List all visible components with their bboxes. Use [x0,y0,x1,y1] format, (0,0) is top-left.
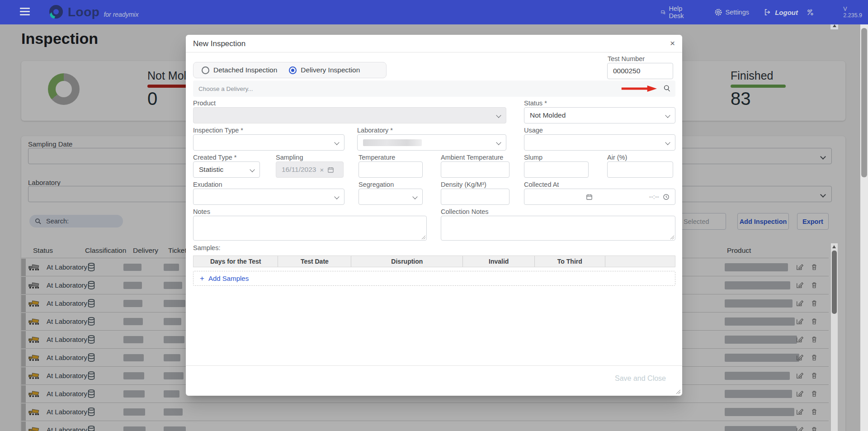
settings-button[interactable]: Settings [714,8,749,16]
collected-at-label: Collected At [524,181,559,188]
chevron-down-icon [665,113,670,118]
status-select[interactable]: Not Molded [524,107,675,123]
top-navbar: Loop for readymix Help Desk Settings [0,0,868,24]
logout-button[interactable]: Logout [764,8,798,16]
calendar-icon[interactable] [586,194,593,200]
dialog-title: New Inspection [193,39,245,48]
exudation-label: Exudation [193,181,222,188]
sampling-label: Sampling [276,154,303,161]
chat-icon [660,8,666,17]
exudation-select[interactable] [193,189,344,205]
menu-icon[interactable] [20,8,30,16]
red-arrow-annotation [620,85,657,92]
loop-logo-icon [47,4,64,21]
table-scrollbar[interactable] [831,243,838,431]
gear-icon [714,8,722,16]
choose-delivery-input[interactable]: Choose a Delivery... [193,81,675,97]
new-inspection-dialog: New Inspection × Detached Inspection Del… [186,35,682,396]
test-number-label: Test Number [608,55,645,62]
product-select[interactable] [193,107,506,123]
clock-icon[interactable] [663,194,670,200]
collection-notes-textarea[interactable] [441,216,675,241]
air-percent-input[interactable] [607,161,673,178]
inspection-type-label: Inspection Type * [193,127,243,134]
created-type-select[interactable]: Statistic [193,161,260,178]
radio-detached-inspection[interactable]: Detached Inspection [202,66,277,74]
inspection-kind-radio-group: Detached Inspection Delivery Inspection [193,62,387,78]
brand-suffix: for readymix [104,11,138,18]
created-type-label: Created Type * [193,154,236,161]
search-icon[interactable] [663,85,671,92]
segregation-select[interactable] [359,189,423,205]
save-and-close-button[interactable]: Save and Close [610,372,670,385]
chevron-down-icon [665,140,670,145]
chevron-down-icon [496,113,501,118]
product-label: Product [193,99,216,107]
density-label: Density (Kg/M³) [441,181,486,188]
time-placeholder: --:-- [649,193,659,200]
redacted-value [363,139,422,146]
scrollbar-thumb[interactable] [832,251,837,314]
laboratory-label: Laboratory * [357,127,393,134]
segregation-label: Segregation [359,181,394,188]
laboratory-select[interactable] [357,134,506,151]
chevron-down-icon [334,140,339,145]
usage-select[interactable] [524,134,675,151]
samples-label: Samples: [193,244,220,251]
ambient-temperature-input[interactable] [441,161,509,178]
slump-label: Slump [524,154,542,161]
chevron-down-icon [250,167,255,172]
window-scrollbar[interactable] [860,24,868,431]
radio-selected-icon [289,66,297,74]
slump-input[interactable] [524,161,589,178]
chevron-down-icon [334,194,339,199]
calendar-icon[interactable] [327,166,334,173]
temperature-label: Temperature [359,154,395,161]
percent-status-icon [806,8,815,17]
samples-actions-column [605,256,675,267]
sampling-date-field[interactable]: 16/11/2023 × [276,161,344,178]
logout-icon [764,8,772,16]
usage-label: Usage [524,127,543,134]
close-icon[interactable]: × [670,38,675,48]
test-number-input[interactable] [607,63,673,79]
air-percent-label: Air (%) [607,154,627,161]
collection-notes-label: Collection Notes [441,208,489,215]
samples-table-header: Days for the Test Test Date Disruption I… [193,256,675,267]
brand-name: Loop [68,5,99,19]
brand-logo: Loop for readymix [47,4,138,21]
chevron-down-icon [412,194,417,199]
status-label: Status * [524,99,547,107]
plus-icon: + [200,274,204,283]
radio-delivery-inspection[interactable]: Delivery Inspection [289,66,360,74]
add-samples-button[interactable]: + Add Samples [193,271,675,286]
footer-divider [186,365,682,366]
temperature-input[interactable] [359,161,423,178]
window-scrollbar-thumb[interactable] [861,28,867,177]
notes-textarea[interactable] [193,216,427,241]
dialog-resize-grip[interactable] [676,389,681,394]
scrollbar-up-arrow[interactable] [832,245,836,248]
dialog-header: New Inspection × [186,35,682,52]
notes-label: Notes [193,208,210,215]
help-desk-button[interactable]: Help Desk [660,5,687,19]
ambient-temperature-label: Ambient Temperature [441,154,503,161]
clear-icon[interactable]: × [320,166,324,174]
inspection-type-select[interactable] [193,134,344,151]
app-version: V 2.235.9 [843,6,862,19]
collected-at-field[interactable]: --:-- [524,189,675,205]
chevron-down-icon [496,140,501,145]
radio-icon [202,66,209,74]
density-input[interactable] [441,189,509,205]
